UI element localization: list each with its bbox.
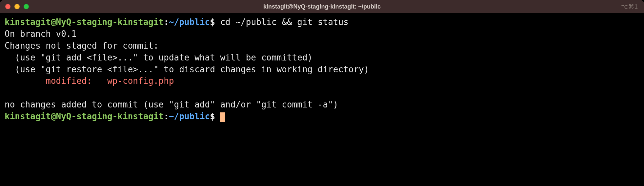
output-modified-file: modified: wp-config.php <box>5 76 174 86</box>
titlebar[interactable]: kinstagit@NyQ-staging-kinstagit: ~/publi… <box>0 0 644 13</box>
prompt-line-1: kinstagit@NyQ-staging-kinstagit:~/public… <box>5 17 349 27</box>
terminal-body[interactable]: kinstagit@NyQ-staging-kinstagit:~/public… <box>0 13 644 186</box>
output-line: (use "git add <file>..." to update what … <box>5 53 312 62</box>
prompt-user-host: kinstagit@NyQ-staging-kinstagit <box>5 17 164 27</box>
prompt-colon: : <box>164 17 169 27</box>
minimize-icon[interactable] <box>14 4 20 9</box>
cursor-icon <box>220 112 225 122</box>
output-line: (use "git restore <file>..." to discard … <box>5 64 369 74</box>
prompt-user-host: kinstagit@NyQ-staging-kinstagit <box>5 111 164 121</box>
prompt-colon: : <box>164 111 169 121</box>
terminal-window: kinstagit@NyQ-staging-kinstagit: ~/publi… <box>0 0 644 186</box>
titlebar-shortcut-indicator: ⌥⌘1 <box>621 3 638 10</box>
prompt-path: ~/public <box>169 111 210 121</box>
command-text <box>215 111 220 121</box>
prompt-path: ~/public <box>169 17 210 27</box>
prompt-dollar: $ <box>210 111 215 121</box>
window-title: kinstagit@NyQ-staging-kinstagit: ~/publi… <box>0 3 644 10</box>
prompt-line-2: kinstagit@NyQ-staging-kinstagit:~/public… <box>5 111 225 121</box>
output-line: no changes added to commit (use "git add… <box>5 100 338 109</box>
traffic-lights <box>5 4 29 9</box>
output-line: On branch v0.1 <box>5 29 76 39</box>
prompt-dollar: $ <box>210 17 215 27</box>
output-line: Changes not staged for commit: <box>5 41 159 51</box>
close-icon[interactable] <box>5 4 10 9</box>
zoom-icon[interactable] <box>24 4 29 9</box>
command-text: cd ~/public && git status <box>215 17 349 27</box>
